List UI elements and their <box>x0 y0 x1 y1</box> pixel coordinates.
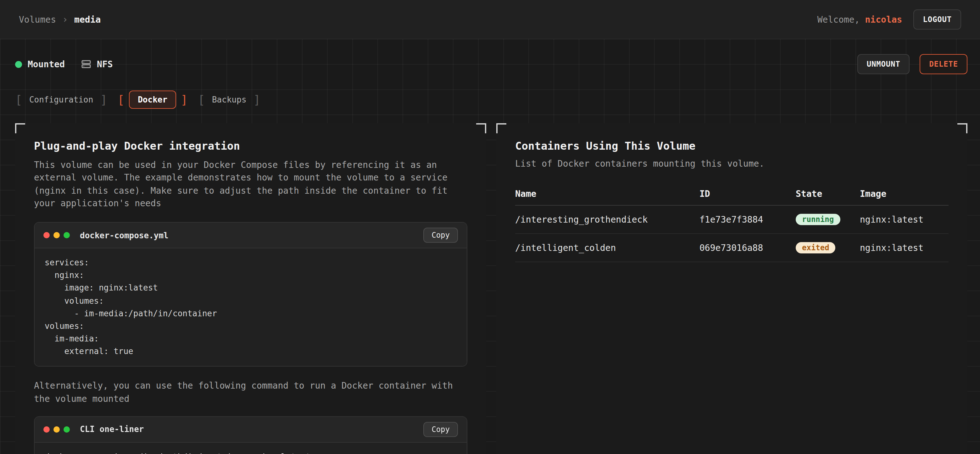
column-header-state: State <box>796 183 860 205</box>
tab-docker-label: Docker <box>129 90 176 108</box>
app-window: Volumes › media Welcome, nicolas LOGOUT … <box>0 0 980 454</box>
breadcrumb: Volumes › media <box>19 14 101 25</box>
server-icon <box>81 59 91 69</box>
corner-bracket <box>957 123 967 133</box>
container-name: /intelligent_colden <box>515 235 700 261</box>
compose-code: services: nginx: image: nginx:latest vol… <box>45 257 457 358</box>
docker-panel-title: Plug-and-play Docker integration <box>34 140 467 152</box>
state-badge: running <box>796 214 840 225</box>
table-header-row: Name ID State Image <box>515 183 948 206</box>
volume-status-row: Mounted NFS UNMOUNT DELET <box>15 53 967 75</box>
volume-type: NFS <box>81 59 113 69</box>
mounted-label: Mounted <box>28 59 65 69</box>
traffic-light-red-icon <box>43 232 50 238</box>
tab-backups[interactable]: Backups <box>198 90 261 108</box>
traffic-light-red-icon <box>43 426 50 433</box>
containers-panel-subtitle: List of Docker containers mounting this … <box>515 159 948 168</box>
docker-integration-panel: Plug-and-play Docker integration This vo… <box>15 123 486 454</box>
table-row: /intelligent_colden 069e73016a88 exited … <box>515 234 948 262</box>
main-content: Mounted NFS UNMOUNT DELET <box>0 39 980 454</box>
breadcrumb-current-volume: media <box>74 14 101 24</box>
window-traffic-lights <box>43 232 70 238</box>
cli-intro-text: Alternatively, you can use the following… <box>34 379 467 405</box>
container-name: /interesting_grothendieck <box>515 206 700 233</box>
container-state-cell: running <box>796 206 860 233</box>
volume-actions: UNMOUNT DELETE <box>858 54 967 74</box>
traffic-light-yellow-icon <box>54 426 60 433</box>
traffic-light-yellow-icon <box>54 232 60 238</box>
corner-bracket <box>496 123 506 133</box>
nfs-label: NFS <box>97 59 113 69</box>
containers-panel: Containers Using This Volume List of Doc… <box>496 123 967 454</box>
table-row: /interesting_grothendieck f1e73e7f3884 r… <box>515 206 948 234</box>
traffic-light-green-icon <box>64 426 70 433</box>
mount-status: Mounted <box>15 59 65 69</box>
breadcrumb-volumes-link[interactable]: Volumes <box>19 14 56 24</box>
status-indicators: Mounted NFS <box>15 59 113 69</box>
tab-configuration-label: Configuration <box>27 90 96 108</box>
top-bar: Volumes › media Welcome, nicolas LOGOUT <box>0 0 980 39</box>
panels-row: Plug-and-play Docker integration This vo… <box>15 123 967 454</box>
cli-code: docker run -v im-media:/path/in/containe… <box>45 451 457 454</box>
container-image: nginx:latest <box>860 206 948 233</box>
copy-cli-button[interactable]: Copy <box>423 422 458 437</box>
column-header-id: ID <box>700 183 796 205</box>
state-badge: exited <box>796 242 836 253</box>
username: nicolas <box>865 14 902 24</box>
compose-code-body: services: nginx: image: nginx:latest vol… <box>35 248 467 366</box>
logout-button[interactable]: LOGOUT <box>914 9 961 29</box>
compose-code-card: docker-compose.yml Copy services: nginx:… <box>34 222 467 367</box>
tab-backups-label: Backups <box>210 90 249 108</box>
container-image: nginx:latest <box>860 235 948 261</box>
copy-compose-button[interactable]: Copy <box>423 228 458 243</box>
container-id: 069e73016a88 <box>700 235 796 261</box>
compose-card-header: docker-compose.yml Copy <box>35 222 467 248</box>
tab-configuration[interactable]: Configuration <box>15 90 107 108</box>
header-right: Welcome, nicolas LOGOUT <box>818 9 961 29</box>
mounted-status-dot <box>15 61 22 68</box>
traffic-light-green-icon <box>64 232 70 238</box>
tab-bar: Configuration Docker Backups <box>15 88 967 111</box>
corner-bracket <box>15 123 25 133</box>
column-header-name: Name <box>515 183 700 205</box>
unmount-button[interactable]: UNMOUNT <box>858 54 910 74</box>
delete-button[interactable]: DELETE <box>920 54 968 74</box>
compose-filename: docker-compose.yml <box>80 230 169 240</box>
containers-panel-title: Containers Using This Volume <box>515 140 948 152</box>
welcome-prefix: Welcome, <box>818 14 860 24</box>
corner-bracket <box>476 123 486 133</box>
cli-card-header: CLI one-liner Copy <box>35 417 467 443</box>
cli-code-card: CLI one-liner Copy docker run -v im-medi… <box>34 416 467 454</box>
container-state-cell: exited <box>796 234 860 262</box>
column-header-image: Image <box>860 183 948 205</box>
container-id: f1e73e7f3884 <box>700 206 796 233</box>
tab-docker[interactable]: Docker <box>117 90 188 108</box>
cli-filename: CLI one-liner <box>80 425 144 434</box>
window-traffic-lights <box>43 426 70 433</box>
welcome-text: Welcome, nicolas <box>818 14 902 24</box>
containers-table: Name ID State Image /interesting_grothen… <box>515 183 948 262</box>
cli-code-body: docker run -v im-media:/path/in/containe… <box>35 443 467 454</box>
docker-panel-description: This volume can be used in your Docker C… <box>34 159 467 210</box>
chevron-right-icon: › <box>62 14 68 25</box>
